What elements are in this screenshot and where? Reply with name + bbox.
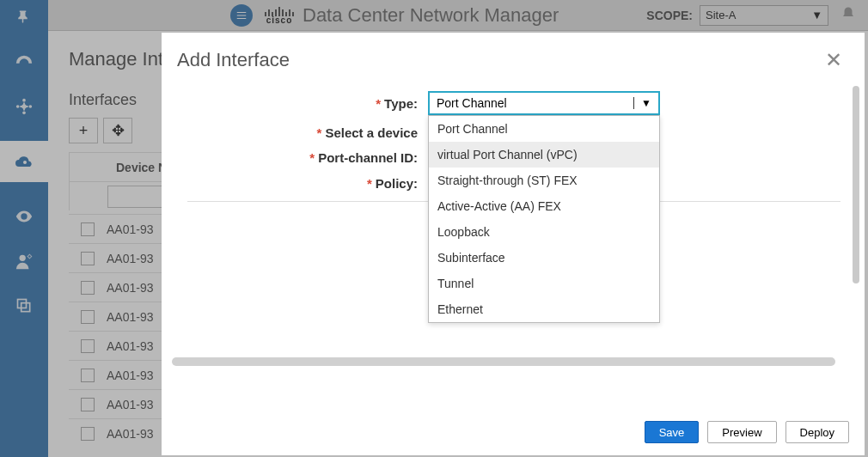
type-option[interactable]: Active-Active (AA) FEX (429, 193, 659, 219)
chevron-down-icon: ▼ (633, 97, 651, 109)
port-channel-id-label: *Port-channel ID: (187, 150, 428, 166)
scrollbar-vertical[interactable] (853, 86, 859, 283)
modal-footer: Save Preview Deploy (162, 412, 865, 455)
add-interface-modal: Add Interface ✕ *Type: Port Channel ▼ Po… (162, 33, 865, 455)
device-label: *Select a device (187, 125, 428, 140)
type-selected-value: Port Channel (437, 96, 507, 110)
modal-body: *Type: Port Channel ▼ Port Channelvirtua… (162, 81, 865, 412)
type-option[interactable]: Tunnel (429, 271, 659, 296)
type-option[interactable]: Straight-through (ST) FEX (429, 168, 659, 193)
modal-title: Add Interface (177, 49, 290, 71)
type-option[interactable]: Port Channel (429, 116, 659, 142)
scrollbar-horizontal[interactable] (172, 357, 835, 366)
type-option[interactable]: Ethernet (429, 296, 659, 322)
close-icon[interactable]: ✕ (825, 48, 842, 72)
type-option[interactable]: Subinterface (429, 245, 659, 271)
type-dropdown: Port Channelvirtual Port Channel (vPC)St… (428, 115, 660, 323)
type-option[interactable]: Loopback (429, 219, 659, 245)
type-label: *Type: (187, 96, 428, 111)
deploy-button[interactable]: Deploy (785, 421, 849, 443)
save-button[interactable]: Save (645, 421, 700, 443)
modal-header: Add Interface ✕ (162, 33, 865, 81)
policy-label: *Policy: (187, 176, 428, 191)
preview-button[interactable]: Preview (707, 421, 776, 443)
type-option[interactable]: virtual Port Channel (vPC) (429, 142, 659, 168)
type-select[interactable]: Port Channel ▼ Port Channelvirtual Port … (428, 91, 660, 115)
